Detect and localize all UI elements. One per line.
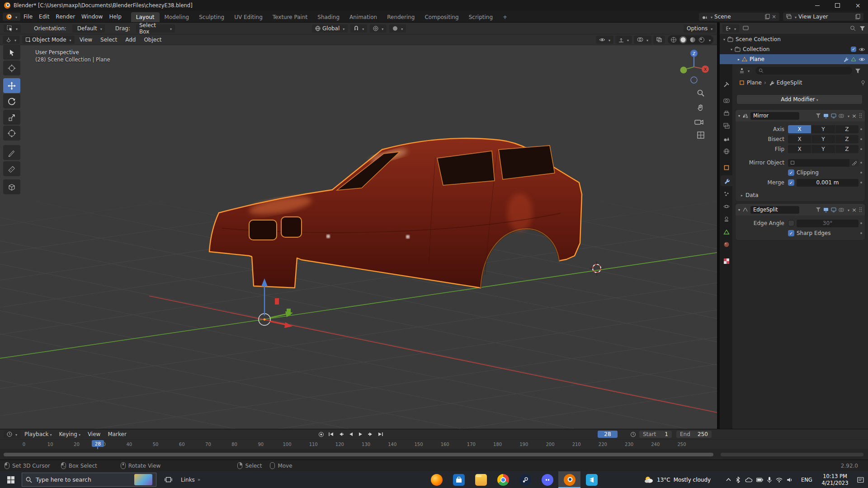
taskbar-search-box[interactable]: Type here to search	[22, 473, 156, 487]
expand-arrow-icon[interactable]: ▸	[738, 57, 740, 61]
outliner-row-scene-collection[interactable]: ▾ Scene Collection	[720, 34, 868, 44]
tool-move[interactable]	[3, 78, 20, 93]
view-layer-selector[interactable]: View Layer	[783, 13, 863, 21]
tab-output[interactable]	[721, 108, 732, 119]
timeline-track-area[interactable]	[0, 449, 868, 460]
show-on-cage-icon[interactable]	[816, 207, 821, 212]
breadcrumb-modifier[interactable]: EdgeSplit	[777, 80, 802, 86]
workspace-tab-texture-paint[interactable]: Texture Paint	[268, 12, 312, 22]
tool-transform[interactable]	[3, 126, 20, 141]
shading-dropdown[interactable]	[708, 37, 711, 43]
minimize-button[interactable]	[807, 0, 827, 11]
breadcrumb-object[interactable]: Plane	[747, 80, 762, 86]
show-in-viewport-icon[interactable]	[831, 207, 836, 212]
properties-editor-type-button[interactable]	[736, 66, 753, 75]
next-keyframe-button[interactable]	[366, 430, 375, 438]
transform-pivot-dropdown[interactable]: Global	[312, 24, 348, 33]
add-modifier-button[interactable]: Add Modifier	[736, 94, 863, 104]
editor-type-button[interactable]	[4, 430, 20, 438]
battery-icon[interactable]	[756, 478, 763, 482]
collection-checkbox[interactable]	[851, 47, 856, 52]
data-subpanel-header[interactable]: ▸ Data	[736, 190, 865, 200]
shading-wireframe-icon[interactable]	[670, 37, 677, 43]
microphone-icon[interactable]	[767, 477, 772, 483]
workspace-tab-modeling[interactable]: Modeling	[160, 12, 194, 22]
outliner-row-plane[interactable]: ▸ Plane	[720, 54, 868, 64]
clock-widget[interactable]: 10:13 PM 4/21/2023	[816, 473, 854, 487]
animate-dot[interactable]	[860, 128, 862, 130]
play-button[interactable]	[356, 430, 365, 438]
gizmo-y-axis[interactable]	[680, 67, 687, 74]
merge-threshold-field[interactable]: 0.001 m	[797, 179, 859, 187]
app-discord[interactable]	[536, 471, 558, 488]
tab-tool[interactable]	[721, 79, 732, 90]
tool-annotate[interactable]	[3, 145, 20, 160]
editor-type-button[interactable]	[3, 36, 19, 44]
maximize-button[interactable]	[827, 0, 848, 11]
menu-help[interactable]: Help	[106, 14, 124, 20]
task-view-button[interactable]	[159, 471, 177, 488]
remove-modifier-button[interactable]: ×	[852, 206, 857, 213]
expand-arrow-icon[interactable]: ▾	[731, 47, 732, 52]
app-firefox[interactable]	[425, 471, 448, 488]
flip-y-button[interactable]: Y	[811, 145, 835, 153]
tool-select-box[interactable]	[3, 45, 20, 60]
jump-to-start-button[interactable]	[326, 430, 335, 438]
workspace-tab-compositing[interactable]: Compositing	[420, 12, 463, 22]
links-toolbar[interactable]: Links »	[181, 471, 201, 488]
language-indicator[interactable]: ENG	[801, 471, 812, 488]
tab-object-data[interactable]	[721, 226, 732, 237]
edgesplit-panel-header[interactable]: ▾ EdgeSplit ×	[736, 204, 865, 216]
tab-scene[interactable]	[721, 133, 732, 144]
jump-to-end-button[interactable]	[376, 430, 385, 438]
viewport-3d[interactable]: Object Mode View Select Add Object	[0, 34, 717, 429]
tab-physics[interactable]	[721, 201, 732, 212]
timeline-scrollbar[interactable]	[4, 453, 713, 456]
tab-world[interactable]	[721, 146, 732, 157]
bluetooth-icon[interactable]	[735, 477, 741, 483]
tab-object[interactable]	[721, 162, 732, 173]
eye-icon[interactable]	[859, 47, 865, 52]
weather-widget[interactable]: 13°C Mostly cloudy	[644, 471, 711, 488]
drag-handle[interactable]	[859, 113, 862, 118]
shading-material-icon[interactable]	[689, 37, 696, 43]
edge-angle-checkbox[interactable]	[788, 220, 794, 226]
display-mode-icon[interactable]	[743, 25, 749, 31]
search-highlight-image[interactable]	[134, 474, 152, 485]
speaker-icon[interactable]	[787, 477, 793, 483]
pan-control[interactable]	[695, 102, 706, 113]
search-icon[interactable]	[850, 25, 856, 31]
overlays-dropdown[interactable]	[634, 36, 651, 44]
workspace-tab-rendering[interactable]: Rendering	[382, 12, 420, 22]
tab-modifiers[interactable]	[721, 175, 732, 186]
tray-expand-button[interactable]	[723, 471, 733, 488]
mirror-panel-header[interactable]: ▾ Mirror ×	[736, 110, 865, 122]
modifier-name-field[interactable]: Mirror	[750, 112, 799, 120]
drag-handle[interactable]	[859, 207, 862, 212]
mode-dropdown[interactable]: Object Mode	[22, 36, 75, 44]
show-in-render-icon[interactable]	[839, 113, 844, 118]
remove-modifier-button[interactable]: ×	[852, 113, 857, 119]
pin-icon[interactable]	[860, 80, 866, 86]
collapse-arrow-icon[interactable]: ▾	[738, 114, 740, 118]
properties-search-input[interactable]	[755, 67, 852, 75]
mirror-axis-z-button[interactable]: Z	[835, 125, 859, 133]
timeline-scrollbar-right[interactable]	[721, 453, 863, 456]
sharp-edges-checkbox[interactable]	[788, 230, 794, 236]
tool-cursor[interactable]	[3, 61, 20, 75]
show-in-editmode-icon[interactable]	[823, 207, 829, 212]
tool-measure[interactable]	[3, 161, 20, 176]
object-type-visibility-dropdown[interactable]	[596, 36, 613, 44]
merge-checkbox[interactable]	[788, 179, 794, 186]
animate-dot[interactable]	[860, 182, 862, 183]
animate-dot[interactable]	[860, 232, 862, 234]
app-store[interactable]	[448, 471, 470, 488]
timeline-ruler[interactable]: 0102030405060708090100110120130140150160…	[0, 439, 868, 450]
frame-start-field[interactable]: Start1	[639, 431, 672, 438]
playhead-label[interactable]: 28	[92, 440, 104, 447]
tool-add-cube[interactable]	[3, 179, 20, 194]
flip-z-button[interactable]: Z	[835, 145, 859, 153]
eye-icon[interactable]	[859, 57, 865, 62]
frame-end-field[interactable]: End250	[676, 431, 712, 438]
close-button[interactable]: ×	[848, 0, 868, 11]
